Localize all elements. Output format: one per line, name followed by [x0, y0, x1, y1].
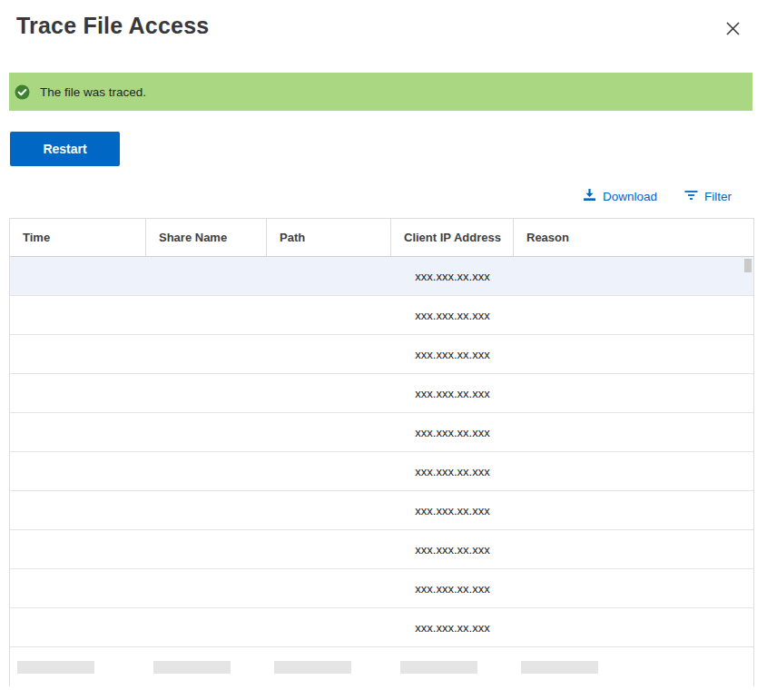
filter-button[interactable]: Filter: [684, 189, 732, 203]
table-row[interactable]: xxx.xxx.xx.xxx: [10, 530, 753, 569]
table-cell-time: [10, 608, 146, 646]
table-cell-client-ip: xxx.xxx.xx.xxx: [391, 530, 514, 568]
table-cell-reason: [514, 296, 753, 334]
table-cell-reason: [514, 647, 753, 686]
table-row[interactable]: xxx.xxx.xx.xxx: [10, 608, 753, 647]
table-header-row: Time Share Name Path Client IP Address R…: [10, 218, 753, 257]
table-cell-time: [10, 647, 146, 686]
success-banner: The file was traced.: [9, 73, 752, 111]
table-cell-client-ip: xxx.xxx.xx.xxx: [391, 608, 514, 646]
table-cell-share: [146, 530, 267, 568]
banner-message: The file was traced.: [40, 85, 146, 99]
table-row[interactable]: xxx.xxx.xx.xxx: [10, 452, 753, 491]
table-cell-share: [146, 608, 267, 646]
table-cell-share: [146, 374, 267, 412]
table-cell-reason: [514, 257, 753, 295]
table-cell-time: [10, 335, 146, 373]
trace-file-access-dialog: Trace File Access The file was traced. R…: [0, 0, 767, 700]
filter-icon: [684, 189, 698, 203]
column-header-time[interactable]: Time: [10, 219, 146, 256]
table-row[interactable]: xxx.xxx.xx.xxx: [10, 296, 753, 335]
filter-label: Filter: [704, 190, 732, 203]
table-row[interactable]: xxx.xxx.xx.xxx: [10, 413, 753, 452]
table-cell-path: [267, 413, 391, 451]
table-cell-reason: [514, 530, 753, 568]
close-icon: [724, 26, 742, 40]
table-cell-path: [267, 491, 391, 529]
table-actions: Download Filter: [0, 188, 732, 204]
table-cell-client-ip: [391, 647, 514, 686]
table-cell-reason: [514, 413, 753, 451]
table-cell-time: [10, 413, 146, 451]
skeleton-bar: [400, 661, 477, 674]
table-cell-time: [10, 296, 146, 334]
table-cell-path: [267, 335, 391, 373]
table-cell-share: [146, 491, 267, 529]
table-cell-share: [146, 569, 267, 607]
table-cell-path: [267, 452, 391, 490]
table-row[interactable]: xxx.xxx.xx.xxx: [10, 491, 753, 530]
table-cell-client-ip: xxx.xxx.xx.xxx: [391, 374, 514, 412]
table-cell-path: [267, 647, 391, 686]
table-row[interactable]: xxx.xxx.xx.xxx: [10, 257, 753, 296]
vertical-scrollbar-thumb[interactable]: [744, 259, 752, 272]
table-body: xxx.xxx.xx.xxx xxx.xxx.xx.xxx xxx.xxx.xx…: [10, 257, 753, 686]
table-cell-reason: [514, 491, 753, 529]
column-header-client-ip[interactable]: Client IP Address: [391, 219, 514, 256]
table-cell-path: [267, 569, 391, 607]
column-header-path[interactable]: Path: [267, 219, 391, 256]
table-cell-path: [267, 530, 391, 568]
table-cell-share: [146, 452, 267, 490]
download-label: Download: [603, 190, 657, 203]
table-cell-path: [267, 257, 391, 295]
table-cell-time: [10, 491, 146, 529]
table-cell-reason: [514, 335, 753, 373]
download-button[interactable]: Download: [583, 188, 657, 204]
table-cell-path: [267, 374, 391, 412]
close-button[interactable]: [721, 16, 745, 41]
table-cell-client-ip: xxx.xxx.xx.xxx: [391, 296, 514, 334]
check-circle-icon: [15, 84, 30, 100]
table-cell-client-ip: xxx.xxx.xx.xxx: [391, 452, 514, 490]
skeleton-bar: [521, 661, 598, 674]
table-cell-client-ip: xxx.xxx.xx.xxx: [391, 413, 514, 451]
table-cell-share: [146, 413, 267, 451]
table-cell-time: [10, 530, 146, 568]
skeleton-row: [10, 647, 753, 686]
table-cell-time: [10, 374, 146, 412]
skeleton-bar: [153, 661, 231, 674]
table-row[interactable]: xxx.xxx.xx.xxx: [10, 335, 753, 374]
column-header-share-name[interactable]: Share Name: [146, 219, 267, 256]
table-cell-client-ip: xxx.xxx.xx.xxx: [391, 491, 514, 529]
table-cell-reason: [514, 569, 753, 607]
table-cell-reason: [514, 608, 753, 646]
download-icon: [583, 188, 596, 204]
column-header-reason[interactable]: Reason: [514, 219, 753, 256]
table-cell-reason: [514, 452, 753, 490]
table-cell-time: [10, 569, 146, 607]
restart-button[interactable]: Restart: [10, 132, 120, 166]
dialog-header: Trace File Access: [0, 0, 767, 44]
table-cell-share: [146, 335, 267, 373]
skeleton-bar: [274, 661, 351, 674]
skeleton-bar: [17, 661, 94, 674]
table-row[interactable]: xxx.xxx.xx.xxx: [10, 569, 753, 608]
table-row[interactable]: xxx.xxx.xx.xxx: [10, 374, 753, 413]
table-cell-reason: [514, 374, 753, 412]
table-cell-path: [267, 296, 391, 334]
page-title: Trace File Access: [16, 13, 209, 39]
table-cell-client-ip: xxx.xxx.xx.xxx: [391, 335, 514, 373]
table-cell-client-ip: xxx.xxx.xx.xxx: [391, 257, 514, 295]
table-cell-client-ip: xxx.xxx.xx.xxx: [391, 569, 514, 607]
table-cell-time: [10, 257, 146, 295]
table-cell-path: [267, 608, 391, 646]
table-cell-time: [10, 452, 146, 490]
trace-table: Time Share Name Path Client IP Address R…: [9, 218, 754, 686]
table-cell-share: [146, 647, 267, 686]
table-cell-share: [146, 296, 267, 334]
table-cell-share: [146, 257, 267, 295]
